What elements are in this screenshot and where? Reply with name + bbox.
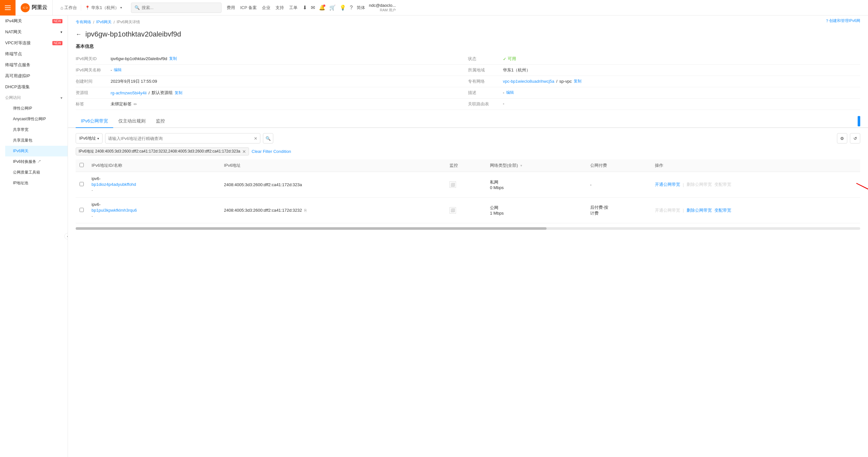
- region-selector[interactable]: 📍 华东1（杭州） ▾: [81, 5, 125, 11]
- active-filter-tag: IPv6地址 2408:4005:3d3:2600:dff2:ca41:172d…: [76, 148, 249, 156]
- filter-dropdown-arrow: ▾: [97, 137, 99, 140]
- sidebar-label: 终端节点服务: [5, 62, 30, 68]
- resource-group-link[interactable]: rg-acfmzwo5bi4y4ii: [111, 91, 147, 95]
- action-enable-bandwidth-0[interactable]: 开通公网带宽: [655, 182, 680, 188]
- select-all-checkbox[interactable]: [80, 163, 84, 167]
- sidebar-item-eip[interactable]: 弹性公网IP: [5, 103, 68, 114]
- cell-monitor-1: ⬜: [446, 197, 486, 223]
- search-button[interactable]: 🔍: [263, 133, 273, 143]
- action-delete-bandwidth-1[interactable]: 删除公网带宽: [687, 207, 712, 213]
- tab-monitor[interactable]: 监控: [151, 115, 170, 128]
- label-status: 状态: [468, 56, 500, 62]
- fee-link[interactable]: 费用: [227, 5, 235, 11]
- download-icon[interactable]: ⬇: [303, 4, 307, 11]
- horizontal-scrollbar[interactable]: [76, 227, 860, 230]
- label-route-table: 关联路由表: [468, 101, 500, 107]
- mail-icon[interactable]: ✉: [311, 4, 315, 11]
- clear-filter-button[interactable]: Clear Filter Condition: [252, 149, 291, 154]
- help-link[interactable]: ? 创建和管理IPv6网: [826, 18, 860, 24]
- sidebar-item-endpoint[interactable]: 终端节点: [0, 48, 68, 60]
- sidebar-item-network-quality[interactable]: 公网质量工具箱: [5, 167, 68, 178]
- vpc-name: sp-vpc: [559, 79, 572, 84]
- refresh-icon: ↺: [854, 136, 857, 141]
- sidebar-item-ip-pool[interactable]: IP地址池: [5, 178, 68, 188]
- monitor-icon-0[interactable]: ⬜: [450, 181, 456, 188]
- cell-id-1: ipv6- bp1pui3kpwkfklmh3rqu6 -: [88, 197, 220, 223]
- sidebar-item-ipv6-gateway[interactable]: IPv6网关: [5, 146, 68, 156]
- sidebar-item-shared-traffic[interactable]: 共享流量包: [5, 135, 68, 146]
- icp-link[interactable]: ICP 备案: [240, 5, 257, 11]
- refresh-button[interactable]: ↺: [850, 133, 860, 143]
- enterprise-link[interactable]: 企业: [262, 5, 270, 11]
- right-panel-toggle[interactable]: [858, 116, 860, 126]
- red-arrow-annotation: [853, 180, 868, 196]
- sidebar-item-anycast-eip[interactable]: Anycast弹性公网IP: [5, 114, 68, 124]
- help-icon[interactable]: ?: [350, 5, 353, 11]
- cell-ipv6-0: 2408:4005:3d3:2600:dff2:ca41:172d:323a: [220, 172, 446, 198]
- action-change-bandwidth-1[interactable]: 变配带宽: [714, 207, 731, 213]
- col-ipv6: IPv6地址: [220, 159, 446, 172]
- search-input[interactable]: [142, 5, 218, 10]
- row-id-link-0[interactable]: bp1dioz4p4adyubkffohd: [92, 182, 136, 187]
- breadcrumb: 专有网络 / IPv6网关 / IPv6网关详情: [68, 15, 868, 25]
- section-title: 基本信息: [68, 41, 868, 53]
- label-ipv6-gw-name: IPv6网关名称: [76, 67, 108, 73]
- row-checkbox-1[interactable]: [80, 208, 84, 212]
- create-time-value: 2023年9月19日 17:55:09: [111, 78, 157, 84]
- sidebar-item-nat-gateway[interactable]: NAT网关 ▾: [0, 27, 68, 37]
- user-profile[interactable]: ndc@daoclo... RAM 用户: [369, 3, 401, 12]
- cell-public-fee-1: 后付费-按 计费: [586, 197, 651, 223]
- label-vpc: 专有网络: [468, 78, 500, 84]
- edit-name-link[interactable]: 编辑: [114, 67, 122, 73]
- workbench-link[interactable]: ⌂ 工作台: [57, 5, 81, 11]
- sidebar-item-dhcp[interactable]: DHCP选项集: [0, 81, 68, 92]
- sidebar-item-ipv4-gateway[interactable]: IPv4网关 NEW: [0, 15, 68, 27]
- row-id-link-1[interactable]: bp1pui3kpwkfklmh3rqu6: [92, 208, 137, 213]
- vpc-link[interactable]: vpc-bp1wieclo8uadrihwcj5a: [503, 79, 554, 84]
- svg-line-0: [856, 183, 868, 193]
- edit-tags-icon[interactable]: ✏: [133, 102, 137, 107]
- col-actions: 操作: [651, 159, 860, 172]
- tab-ipv6-bandwidth[interactable]: IPv6公网带宽: [76, 115, 113, 128]
- hamburger-button[interactable]: [0, 0, 16, 15]
- breadcrumb-ipv6-gw[interactable]: IPv6网关: [96, 20, 112, 25]
- username: ndc@daoclo...: [369, 3, 396, 8]
- language-selector[interactable]: 简体: [357, 5, 365, 11]
- col-network-type[interactable]: 网络类型(全部) ▾: [486, 159, 586, 172]
- sidebar-group-public-access[interactable]: 公网访问 ▾: [0, 92, 68, 103]
- clear-input-button[interactable]: ✕: [254, 136, 257, 141]
- search-bar[interactable]: 🔍: [131, 3, 221, 13]
- sidebar-item-endpoint-service[interactable]: 终端节点服务: [0, 60, 68, 70]
- support-link[interactable]: 支持: [276, 5, 284, 11]
- back-button[interactable]: ←: [76, 31, 82, 38]
- cell-ipv6-1: 2408:4005:3d3:2600:dff2:ca41:172d:3232 ⎘: [220, 197, 446, 223]
- tab-outbound-rules[interactable]: 仅主动出规则: [113, 115, 151, 128]
- breadcrumb-vpc[interactable]: 专有网络: [76, 20, 91, 25]
- settings-button[interactable]: ⚙: [837, 133, 847, 143]
- sidebar-label: 高可用虚拟IP: [5, 73, 30, 79]
- notification-icon[interactable]: 🔔: [319, 4, 326, 11]
- copy-ipv6-icon[interactable]: ⎘: [304, 208, 307, 213]
- filter-input[interactable]: [108, 136, 254, 141]
- sidebar-item-ha-vip[interactable]: 高可用虚拟IP: [0, 70, 68, 81]
- sidebar-label: 终端节点: [5, 51, 22, 57]
- edit-desc-link[interactable]: 编辑: [506, 90, 514, 95]
- sidebar-item-ipv6-translation[interactable]: IPv6转换服务 ↗: [5, 156, 68, 167]
- row-checkbox-0[interactable]: [80, 182, 84, 186]
- filter-type-selector[interactable]: IPv6地址 ▾: [76, 133, 102, 143]
- sidebar-label: NAT网关: [5, 29, 22, 35]
- copy-rg-link[interactable]: 复制: [175, 90, 182, 96]
- filter-tag-close-button[interactable]: ✕: [242, 149, 246, 154]
- cell-network-type-0: 私网 0 Mbps: [486, 172, 586, 198]
- sidebar-item-shared-bandwidth[interactable]: 共享带宽: [5, 124, 68, 135]
- copy-vpc-link[interactable]: 复制: [574, 78, 582, 84]
- workorder-link[interactable]: 工单: [289, 5, 298, 11]
- lightbulb-icon[interactable]: 💡: [340, 4, 346, 11]
- filter-tag-text: IPv6地址 2408:4005:3d3:2600:dff2:ca41:172d…: [79, 149, 240, 154]
- monitor-icon-1[interactable]: ⬜: [450, 207, 456, 214]
- cart-icon[interactable]: 🛒: [329, 4, 336, 11]
- sidebar-item-vpc-peering[interactable]: VPC对等连接 NEW: [0, 37, 68, 48]
- cell-actions-0: 开通公网带宽 | 删除公网带宽 变配带宽: [651, 172, 860, 198]
- collapse-sidebar-button[interactable]: ‹: [64, 233, 68, 239]
- copy-id-link[interactable]: 复制: [169, 56, 177, 61]
